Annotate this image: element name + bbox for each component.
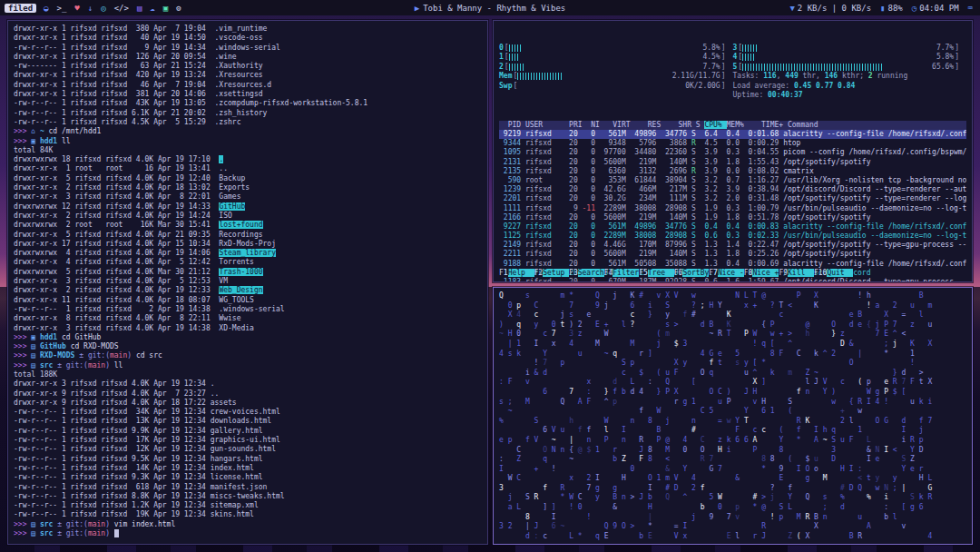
terminal-line: drwxr-xr-x 2 rifsxd rifsxd 4.0K Apr 19 1…: [14, 212, 482, 221]
terminal-line: drwxr-xr-x 8 rifsxd rifsxd 4.0K Apr 8 22…: [14, 314, 482, 323]
battery-level: 88%: [888, 4, 903, 13]
process-row[interactable]: 9344 rifsxd 20 0 9348 5796 3868 R 4.5 0.…: [499, 139, 966, 148]
terminal-line: -rw-r--r-- 1 rifsxd rifsxd 9.5K Apr 19 1…: [14, 455, 482, 464]
terminal-line: total 188K: [14, 370, 482, 380]
terminal-line: drwxrwxrwx 18 rifsxd rifsxd 4.0K Apr 19 …: [14, 155, 482, 164]
terminal-line: drwxr-xr-x 1 rifsxd rifsxd 381 Apr 20 14…: [14, 90, 482, 99]
terminal-line: drwxr-xr-x 3 rifsxd rifsxd 4.0K Apr 19 1…: [14, 324, 482, 333]
fkey-search[interactable]: F3Search: [569, 269, 604, 279]
network-widget: ▼2 KB/s | 0 KB/s: [789, 4, 871, 13]
fkey-nice[interactable]: F7Nice -: [709, 269, 744, 279]
ghost-icon[interactable]: ◒: [44, 4, 48, 13]
terminal-line: drwxr-xr-x 3 rifsxd rifsxd 4.0K Apr 5 12…: [14, 277, 482, 286]
terminal-line: drwxr-xr-x 3 rifsxd rifsxd 4.0K Apr 19 1…: [14, 380, 482, 389]
terminal-line: >>> ▤ src ± git:(main): [14, 529, 482, 538]
terminal-line: -rw------- 1 rifsxd rifsxd 63 Apr 21 15:…: [14, 62, 482, 71]
terminal-line: drwxr-xr-x 1 rifsxd rifsxd 380 Apr 7 19:…: [14, 25, 482, 34]
terminal-line: drwxrwxrwx 2 root root 16K Mar 30 15:41 …: [14, 221, 482, 230]
process-row[interactable]: 590 root 20 0 353M 61844 38904 S 3.2 0.7…: [499, 176, 966, 185]
fkey-setup[interactable]: F2Setup: [534, 269, 570, 279]
matrix-row: 0 p C 7 9 j 6 i S ? ; H Y x + ? T < K ! …: [499, 301, 966, 311]
heart-icon[interactable]: ♥: [74, 4, 79, 13]
process-row[interactable]: 2211 rifsxd 20 0 5600M 219M 140M S 1.3 1…: [499, 250, 966, 259]
network-speed: 2 KB/s | 0 KB/s: [798, 4, 871, 13]
fkey-sortby[interactable]: F6SortBy: [674, 269, 710, 279]
matrix-row: Q s m * Q j K # v X V w N L T @ P X ! h …: [499, 291, 966, 301]
play-icon: ▶: [415, 4, 419, 13]
top-bar: filed ◒>_♥↓◎</>▤☁▣⚙ ▶Tobi & Manny - Rhyt…: [0, 0, 980, 15]
terminal-line: -rw-r--r-- 1 rifsxd rifsxd 19K Apr 19 12…: [14, 510, 482, 519]
matrix-row: : F v x d L : Q [ X ] l J V c ( p e R 7 …: [499, 378, 966, 388]
process-row[interactable]: 2135 rifsxd 20 0 6360 3132 2696 R 3.9 0.…: [499, 167, 966, 176]
terminal-line: -rw-r--r-- 1 rifsxd rifsxd 14K Apr 19 12…: [14, 464, 482, 473]
matrix-row: ! 7 p S p X y f t s y [ * O !: [499, 359, 966, 369]
cpu-meter-5: 5[65.6%]: [733, 62, 960, 72]
fkey-help[interactable]: F1Help: [499, 269, 534, 279]
matrix-output: Q s m * Q j K # v X V w N L T @ P X ! h …: [499, 291, 966, 541]
code-icon[interactable]: </>: [114, 4, 129, 13]
process-row[interactable]: 1239 rifsxd 20 0 42.6G 466M 217M S 3.2 3…: [499, 185, 966, 194]
process-row[interactable]: 2149 rifsxd 20 0 4.46G 170M 87996 S 1.3 …: [499, 241, 966, 250]
matrix-row: 3 f R 7 g g I # D 2 f ? f # D Q w N ; | …: [499, 484, 966, 494]
process-row[interactable]: 9219 rifsxd 20 0 561M 49896 34776 S 6.4 …: [499, 130, 966, 139]
fkey-quit[interactable]: F10Quit: [814, 269, 853, 279]
function-key-bar: F1Help F2Setup F3SearchF4FilterF5Tree F6…: [499, 269, 966, 279]
terminal-line: -rw-r--r-- 1 rifsxd rifsxd 2 Apr 19 14:3…: [14, 305, 482, 314]
keyboard-icon[interactable]: ⌨: [968, 4, 973, 13]
clock-icon: ◷: [912, 4, 916, 13]
fkey-kill[interactable]: F9Kill: [779, 269, 814, 279]
battery-icon: ▮: [880, 4, 885, 13]
terminal-line: -rw-r--r-- 1 rifsxd rifsxd 4.5K Apr 5 15…: [14, 118, 482, 127]
load-average-line: Load average: 0.45 0.77 0.84: [733, 81, 960, 91]
globe-icon[interactable]: ◎: [101, 4, 105, 13]
process-row[interactable]: 2131 rifsxd 20 0 5600M 219M 140M S 3.9 1…: [499, 158, 966, 167]
terminal-line: drwxr-xr-x 5 rifsxd rifsxd 4.0K Apr 21 0…: [14, 231, 482, 240]
matrix-row: a L ] ] ! 0 & H b 0 p * @ S L ; d : [ g …: [499, 503, 966, 513]
cpu-meter-0: 0[5.8%]: [499, 43, 726, 53]
uptime-line: Uptime: 00:40:37: [733, 91, 960, 101]
disk-icon[interactable]: ▤: [137, 4, 142, 13]
terminal-icon[interactable]: >_: [57, 4, 67, 13]
htop-window[interactable]: 0[5.8%]1[4.5%]2[7.7%]Mem[2.11G/11.7G]Swp…: [493, 20, 973, 282]
terminal-output: drwxr-xr-x 1 rifsxd rifsxd 380 Apr 7 19:…: [14, 25, 482, 538]
gear-icon[interactable]: ⚙: [176, 4, 181, 13]
cpu-meter-1: 1[4.5%]: [499, 53, 726, 63]
process-row[interactable]: 9227 rifsxd 20 0 561M 49896 34776 S 0.4 …: [499, 222, 966, 232]
cloud-icon[interactable]: ☁: [150, 4, 154, 13]
matrix-row: % S h W n 8 j n = w Y T R K 2 l O G d f …: [499, 417, 966, 427]
terminal-line: -rw-r--r-- 1 rifsxd rifsxd 9 Apr 19 14:3…: [14, 44, 482, 53]
terminal-line: drwxr-xr-x 1 root root 16 Apr 19 13:41 .…: [14, 164, 482, 173]
terminal-line: -rw-r--r-- 1 rifsxd rifsxd 9.3K Apr 19 1…: [14, 473, 482, 482]
terminal-line: -rw-r--r-- 1 rifsxd rifsxd 8.8K Apr 19 1…: [14, 492, 482, 501]
process-row[interactable]: 2201 rifsxd 20 0 30.2G 234M 111M S 3.2 2…: [499, 194, 966, 203]
process-row[interactable]: 1095 rifsxd 20 0 97700 34480 22360 S 3.9…: [499, 148, 966, 157]
download-icon[interactable]: ↓: [88, 4, 93, 13]
tasks-line: Tasks: 116, 449 thr, 146 kthr; 2 running: [733, 72, 960, 82]
process-row[interactable]: 2166 rifsxd 20 0 5600M 219M 140M S 1.9 1…: [499, 213, 966, 222]
process-row[interactable]: 1183 rifsxd 20 0 679M 187M 92928 S 0.6 1…: [499, 278, 966, 282]
mem-meter: Mem[2.11G/11.7G]: [499, 72, 726, 82]
matrix-row: ) q y 0 t ) 2 E + l ? s > d B K { P @ O …: [499, 320, 966, 330]
matrix-row: 3 2 | J 6 ~ Q 9 O > * = I R X A v: [499, 522, 966, 532]
process-table-header[interactable]: PID USER PRI NI VIRT RES SHR S CPU% MEM%…: [499, 121, 966, 130]
terminal-line: drwxrwxrwx 4 rifsxd rifsxd 4.0K Apr 19 1…: [14, 249, 482, 258]
fkey-tree[interactable]: F5Tree: [639, 269, 674, 279]
fkey-nice[interactable]: F8Nice +: [744, 269, 779, 279]
process-row[interactable]: 1111 rifsxd 9 -11 2289M 38008 28908 S 1.…: [499, 204, 966, 213]
matrix-row: X 4 c j s e c } y f # K c e B X = l: [499, 310, 966, 320]
terminal-line: -rw-r--r-- 1 rifsxd rifsxd 17K Apr 19 12…: [14, 436, 482, 445]
matrix-row: e p f V ~ | n P n R P @ 4 C z k 6 6 A Y …: [499, 436, 966, 446]
process-row[interactable]: 1125 rifsxd 20 0 2289M 38008 28908 S 0.6…: [499, 232, 966, 241]
terminal-line: >>> ▣ hdd1 cd GitHub: [14, 333, 482, 342]
terminal-line: >>> ▣ hdd1 ll: [14, 137, 482, 146]
terminal-line: drwxr-xr-x 17 rifsxd rifsxd 4.0K Apr 15 …: [14, 240, 482, 249]
cmatrix-window[interactable]: Q s m * Q j K # v X V w N L T @ P X ! h …: [493, 287, 973, 545]
process-row[interactable]: 9188 rifsxd 20 0 561M 50508 35088 S 1.3 …: [499, 260, 966, 269]
matrix-row: | 1 I x 4 M M j $ 3 ! q [ ^ D & ; j K X: [499, 340, 966, 350]
terminal-window-left[interactable]: drwxr-xr-x 1 rifsxd rifsxd 380 Apr 7 19:…: [7, 20, 488, 545]
desktop: { "topbar": { "workspace": "filed", "wor…: [0, 0, 980, 552]
terminal-line: drwxr-xr-x 2 rifsxd rifsxd 4.0K Apr 18 1…: [14, 183, 482, 192]
workspace-badge[interactable]: filed: [5, 4, 36, 13]
fkey-filter[interactable]: F4Filter: [604, 269, 640, 279]
clipboard-icon[interactable]: ▣: [163, 4, 168, 13]
